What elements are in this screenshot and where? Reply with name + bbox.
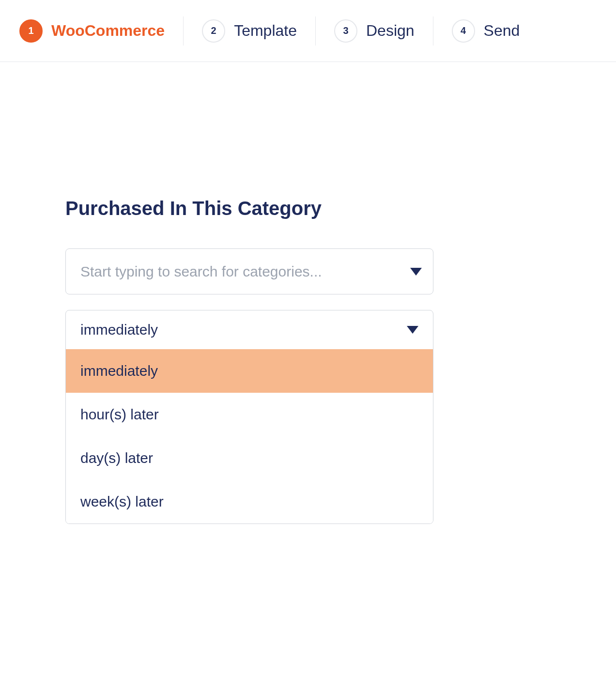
step-label-template: Template [234, 22, 297, 40]
step-template[interactable]: 2 Template [197, 19, 302, 43]
step-divider [433, 16, 433, 46]
timing-option-immediately[interactable]: immediately [66, 349, 433, 393]
timing-select[interactable]: immediately immediately hour(s) later da… [65, 310, 433, 524]
step-label-woocommerce: WooCommerce [51, 22, 165, 40]
timing-option-days[interactable]: day(s) later [66, 436, 433, 480]
step-number-2: 2 [202, 19, 225, 43]
timing-selected-value[interactable]: immediately [66, 310, 433, 349]
step-woocommerce[interactable]: 1 WooCommerce [15, 19, 169, 43]
step-send[interactable]: 4 Send [447, 19, 525, 43]
chevron-down-icon [410, 268, 422, 276]
timing-option-weeks[interactable]: week(s) later [66, 480, 433, 524]
step-design[interactable]: 3 Design [329, 19, 419, 43]
category-select-wrapper: Start typing to search for categories... [65, 248, 433, 294]
step-label-design: Design [366, 22, 415, 40]
step-number-4: 4 [452, 19, 475, 43]
timing-option-hours[interactable]: hour(s) later [66, 393, 433, 436]
chevron-down-icon [407, 326, 418, 334]
category-select[interactable]: Start typing to search for categories... [65, 248, 433, 294]
section-title: Purchased In This Category [65, 198, 551, 219]
step-divider [183, 16, 184, 46]
timing-selected-label: immediately [80, 322, 158, 338]
step-number-1: 1 [19, 19, 43, 43]
timing-select-wrapper: immediately immediately hour(s) later da… [65, 310, 433, 524]
stepper-nav: 1 WooCommerce 2 Template 3 Design 4 Send [0, 0, 616, 62]
step-number-3: 3 [334, 19, 357, 43]
step-label-send: Send [484, 22, 520, 40]
category-placeholder: Start typing to search for categories... [80, 263, 322, 280]
timing-dropdown-options: immediately hour(s) later day(s) later w… [66, 349, 433, 524]
step-divider [315, 16, 316, 46]
main-content: Purchased In This Category Start typing … [0, 62, 616, 524]
